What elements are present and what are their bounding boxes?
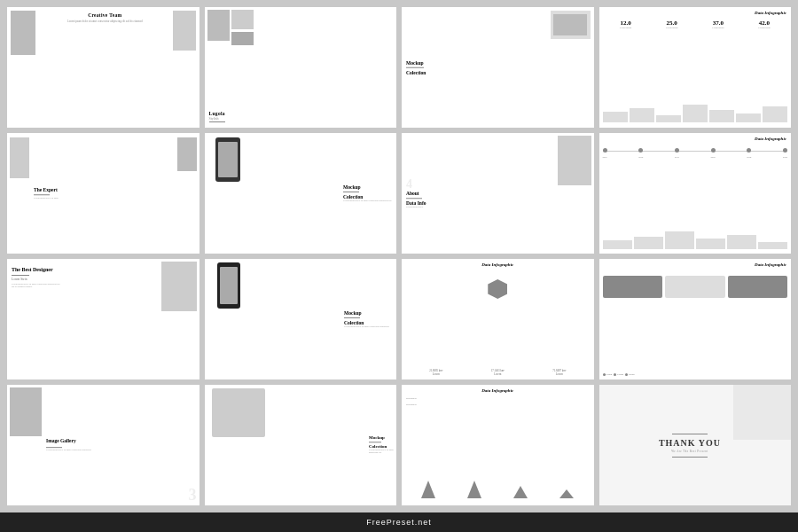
legend-label2: Lorem bbox=[617, 373, 623, 376]
slide-creative-team: Creative Team Lorem ipsum dolor sit amet… bbox=[7, 7, 200, 128]
slide3-label: Mockup bbox=[406, 60, 426, 66]
bar5 bbox=[709, 110, 734, 122]
slide4-title: Data Infographic bbox=[755, 11, 786, 15]
slide16-line-bottom bbox=[672, 457, 708, 458]
bar2-5 bbox=[727, 235, 756, 249]
legend1: Lorem bbox=[603, 373, 613, 376]
slide7-title: Data Info bbox=[406, 200, 426, 206]
slide4-num2: 25.0 Lorem ipsum bbox=[666, 20, 677, 29]
slide14-label: Mockup bbox=[369, 435, 394, 440]
slide1-title: Creative Team bbox=[41, 12, 169, 18]
pyramid1 bbox=[421, 481, 435, 498]
slide-image-gallery: Image Gallery Lorem ipsum dolor sit amet… bbox=[7, 385, 200, 505]
slide-grid: Creative Team Lorem ipsum dolor sit amet… bbox=[0, 0, 798, 512]
slide11-title: Data Infographic bbox=[481, 262, 513, 267]
map-shape1 bbox=[603, 276, 663, 298]
slide15-pyramids bbox=[405, 472, 591, 498]
slide-about-data: 4 About Data Info Lorem ipsum dolor bbox=[402, 133, 594, 254]
slide13-desc: Lorem ipsum dolor sit amet consectetur a… bbox=[46, 449, 91, 452]
slide-lugola: Lugola Stylish bbox=[205, 7, 397, 128]
slide-mockup-tablet: Mockup Colection Lorem ipsum dolor sit a… bbox=[205, 385, 397, 505]
slide13-title: Image Gallery bbox=[46, 438, 91, 445]
slide2-tagline: Stylish bbox=[209, 116, 225, 122]
slide5-image-left bbox=[10, 137, 29, 178]
slide13-image bbox=[10, 387, 42, 436]
slide-data-map: Data Infographic Lorem Lorem Lorem bbox=[599, 259, 792, 379]
thank-you-text: THANK YOU bbox=[604, 438, 777, 448]
footer-bar: FreePreset.net bbox=[0, 512, 798, 532]
slide-mockup-phone1: Mockup Colection Lorem ipsum dolor sit a… bbox=[205, 133, 397, 254]
slide8-dots bbox=[603, 148, 788, 153]
pyramid4 bbox=[559, 489, 574, 498]
label2: 2016 bbox=[638, 156, 643, 159]
slide6-phone-image bbox=[215, 137, 240, 182]
slide8-bars bbox=[603, 231, 788, 249]
slide4-bars bbox=[603, 105, 788, 122]
slide2-image-top-right bbox=[231, 10, 254, 29]
slide2-image-top-left bbox=[207, 10, 230, 41]
slide8-title: Data Infographic bbox=[755, 137, 786, 141]
footer-label: FreePreset.net bbox=[366, 518, 432, 527]
slide9-subtitle: Lorem Stein bbox=[12, 278, 60, 281]
slide-data-hex: Data Infographic 21.8685 km²Lorem 17.146… bbox=[402, 259, 594, 379]
legend-dot3 bbox=[625, 373, 628, 376]
slide4-num4: 42.0 Lorem ipsum bbox=[758, 20, 770, 29]
slide7-divider bbox=[406, 198, 422, 199]
dot1 bbox=[603, 148, 607, 153]
slide11-hex-area bbox=[480, 271, 515, 307]
pyramid3 bbox=[513, 486, 528, 498]
slide4-desc1: Lorem ipsum bbox=[620, 27, 631, 29]
legend-dot1 bbox=[603, 373, 606, 376]
slide16-line-top bbox=[672, 434, 708, 434]
slide7-content: 4 About Data Info Lorem ipsum dolor bbox=[406, 178, 426, 208]
slide6-desc: Lorem ipsum dolor sit amet consectetur a… bbox=[343, 200, 392, 203]
slide9-title: The Best Designer bbox=[12, 266, 60, 273]
pyramid2 bbox=[467, 481, 481, 498]
slide5-image-right bbox=[177, 137, 197, 171]
slide-data-numbers: Data Infographic 12.0 Lorem ipsum 25.0 L… bbox=[599, 7, 792, 128]
slide8-labels: 2015 2016 2017 2018 2019 2020 bbox=[603, 156, 788, 159]
slide14-desc: Lorem ipsum dolor sit amet adipiscing el… bbox=[369, 449, 394, 455]
dot6 bbox=[783, 148, 787, 153]
slide4-num1: 12.0 Lorem ipsum bbox=[620, 20, 631, 29]
bar1 bbox=[603, 112, 628, 122]
legend2: Lorem bbox=[614, 373, 623, 376]
slide1-content: Creative Team Lorem ipsum dolor sit amet… bbox=[41, 12, 169, 23]
slide15-desc: Description Description bbox=[406, 397, 450, 409]
slide14-divider bbox=[369, 442, 381, 442]
slide10-content: Mockup Colection Lorem ipsum dolor sit a… bbox=[344, 310, 393, 328]
slide4-val4: 42.0 bbox=[758, 20, 770, 27]
slide11-hexagon bbox=[488, 279, 507, 299]
slide1-image-left bbox=[11, 11, 35, 55]
slide7-number: 4 bbox=[406, 178, 426, 191]
slide13-number: 3 bbox=[189, 487, 197, 503]
slide14-tablet-image bbox=[212, 388, 265, 437]
slide4-desc3: Lorem ipsum bbox=[712, 27, 724, 29]
stat2: 17.1463 km²Lorem bbox=[491, 369, 505, 376]
slide-data-pyramids: Data Infographic Description Description bbox=[402, 385, 594, 505]
slide4-val3: 37.0 bbox=[712, 20, 724, 27]
slide3-title: Colection bbox=[406, 69, 426, 74]
slide9-desc: Lorem ipsum dolor sit amet consectetur a… bbox=[12, 283, 60, 289]
dot3 bbox=[675, 148, 679, 153]
map-shape2 bbox=[665, 276, 725, 298]
bar3 bbox=[656, 115, 681, 122]
slide12-legend: Lorem Lorem Lorem bbox=[603, 373, 788, 376]
bar7 bbox=[763, 106, 787, 122]
bar2-6 bbox=[758, 242, 787, 249]
slide-mockup-phone2: Mockup Colection Lorem ipsum dolor sit a… bbox=[205, 259, 397, 379]
stat1: 21.8685 km²Lorem bbox=[429, 369, 442, 376]
bar4 bbox=[683, 105, 708, 122]
label1: 2015 bbox=[603, 156, 607, 159]
slide13-content: Image Gallery Lorem ipsum dolor sit amet… bbox=[46, 438, 91, 452]
slide9-image-right bbox=[161, 262, 197, 311]
slide16-bg-image bbox=[733, 385, 791, 440]
bar2-2 bbox=[634, 237, 663, 249]
slide4-desc4: Lorem ipsum bbox=[758, 27, 770, 29]
slide5-desc: Lorem ipsum dolor sit amet bbox=[34, 197, 59, 200]
slide9-content: The Best Designer Lorem Stein Lorem ipsu… bbox=[12, 266, 60, 289]
dot4 bbox=[711, 148, 716, 153]
slide10-divider bbox=[344, 317, 360, 318]
slide8-line bbox=[603, 151, 788, 152]
slide1-subtitle: Lorem ipsum dolor sit amet consectetur a… bbox=[41, 20, 169, 23]
